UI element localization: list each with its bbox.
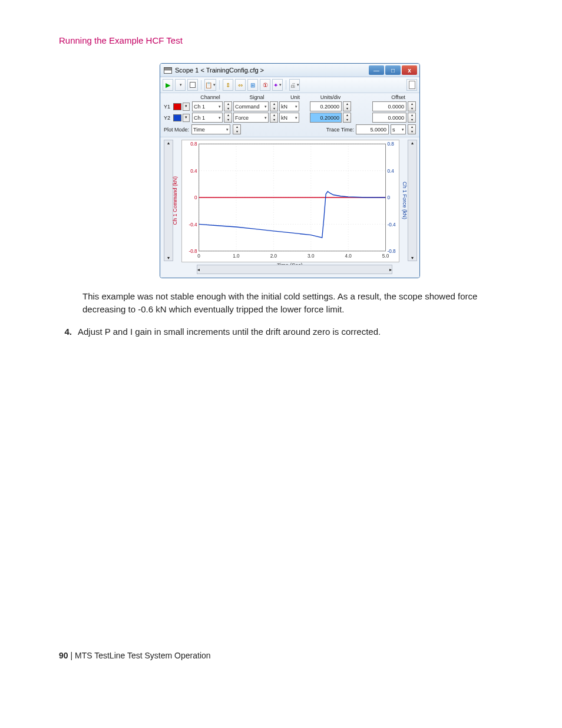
svg-text:0.4: 0.4: [388, 169, 395, 174]
autoscale-icon[interactable]: ⊞: [247, 79, 258, 91]
window-title: Scope 1 < TrainingConfig.cfg >: [175, 67, 264, 74]
plotmode-label: Plot Mode:: [164, 127, 189, 133]
y1-label: Y1: [164, 104, 172, 110]
y-axis-left-label: Ch 1 Command (kN): [172, 140, 181, 261]
plotmode-spinner[interactable]: ▴▾: [233, 124, 241, 134]
step-4-text: Adjust P and I gain in small increments …: [78, 327, 381, 337]
snapshot-dropdown[interactable]: 📋: [204, 79, 216, 91]
page-number: 90: [59, 651, 68, 660]
svg-text:5.0: 5.0: [382, 253, 389, 259]
y1-offset-spinner[interactable]: ▴▾: [408, 101, 416, 111]
plotmode-select[interactable]: Time: [191, 124, 230, 134]
close-button[interactable]: x: [402, 65, 417, 75]
y2-unitsdiv-input[interactable]: 0.20000: [310, 113, 342, 123]
titlebar: Scope 1 < TrainingConfig.cfg > — □ x: [160, 64, 419, 77]
svg-text:3.0: 3.0: [308, 253, 315, 259]
svg-text:2.0: 2.0: [270, 253, 277, 259]
hdr-channel: Channel: [187, 94, 233, 100]
y2-unitsdiv-spinner[interactable]: ▴▾: [343, 113, 351, 123]
y1-unit-select[interactable]: kN: [279, 101, 299, 111]
tracetime-input[interactable]: 5.0000: [356, 124, 389, 134]
bottom-hscroll[interactable]: ◂▸: [197, 265, 392, 274]
chart: -0.8-0.8-0.4-0.4000.40.40.80.801.02.03.0…: [181, 140, 398, 261]
hdr-signal: Signal: [233, 94, 280, 100]
zoom-reset-icon[interactable]: ①: [260, 79, 270, 91]
y1-color-swatch[interactable]: [173, 103, 181, 110]
y1-color-dropdown[interactable]: ▾: [183, 103, 190, 111]
plotmode-row: Plot Mode: Time ▴▾ Trace Time: 5.0000 s …: [164, 124, 416, 134]
step-4-number: 4.: [59, 327, 72, 337]
y-axis-right-label: Ch 1 Force (kN): [398, 140, 408, 261]
y1-unitsdiv-input[interactable]: 0.20000: [310, 101, 342, 111]
config-panel: Channel Signal Unit Units/div Offset Y1 …: [160, 93, 419, 137]
hdr-unitsdiv: Units/div: [310, 94, 351, 100]
scope-window: Scope 1 < TrainingConfig.cfg > — □ x ▶ 📋…: [160, 63, 420, 278]
y2-signal-spinner[interactable]: ▴▾: [270, 113, 278, 123]
y2-channel-spinner[interactable]: ▴▾: [224, 113, 232, 123]
plot-area: ▴▾ Ch 1 Command (kN) -0.8-0.8-0.4-0.4000…: [160, 137, 419, 278]
window-controls: — □ x: [368, 65, 417, 75]
minimize-button[interactable]: —: [369, 65, 384, 75]
y1-channel-select[interactable]: Ch 1: [192, 101, 223, 111]
footer-title: MTS TestLine Test System Operation: [75, 651, 211, 660]
svg-text:0.4: 0.4: [190, 169, 197, 174]
svg-text:4.0: 4.0: [345, 253, 352, 259]
tracetime-spinner[interactable]: ▴▾: [408, 124, 416, 134]
config-row-y2: Y2 ▾ Ch 1 ▴▾ Force ▴▾ kN 0.20000 ▴▾ 0.00…: [164, 113, 416, 123]
clipboard-button[interactable]: [406, 79, 417, 91]
scope-screenshot: Scope 1 < TrainingConfig.cfg > — □ x ▶ 📋…: [59, 63, 521, 278]
y1-unitsdiv-spinner[interactable]: ▴▾: [343, 101, 351, 111]
y2-offset-spinner[interactable]: ▴▾: [408, 113, 416, 123]
y1-channel-spinner[interactable]: ▴▾: [224, 101, 232, 111]
svg-text:0.8: 0.8: [190, 141, 197, 147]
stop-button[interactable]: [187, 79, 198, 91]
svg-text:-0.4: -0.4: [388, 222, 396, 228]
svg-text:-0.8: -0.8: [189, 249, 197, 254]
tracetime-label: Trace Time:: [326, 127, 354, 133]
svg-text:0: 0: [194, 195, 197, 200]
config-row-y1: Y1 ▾ Ch 1 ▴▾ Command ▴▾ kN 0.20000 ▴▾ 0.…: [164, 101, 416, 111]
cursor-dropdown[interactable]: ✦: [272, 79, 283, 91]
svg-text:1.0: 1.0: [233, 253, 240, 259]
y2-unit-select[interactable]: kN: [279, 113, 299, 123]
y2-offset-input[interactable]: 0.0000: [372, 113, 406, 123]
hdr-unit: Unit: [280, 94, 310, 100]
y1-signal-select[interactable]: Command: [233, 101, 269, 111]
y2-signal-select[interactable]: Force: [233, 113, 269, 123]
page-footer: 90 | MTS TestLine Test System Operation: [59, 651, 211, 660]
y2-color-dropdown[interactable]: ▾: [183, 114, 190, 122]
y1-offset-input[interactable]: 0.0000: [372, 101, 406, 111]
right-vscroll[interactable]: ▴▾: [408, 140, 417, 261]
zoom-y-icon[interactable]: ⇕: [223, 79, 233, 91]
play-button[interactable]: ▶: [163, 79, 173, 91]
maximize-button[interactable]: □: [385, 65, 401, 75]
svg-text:0.8: 0.8: [388, 141, 395, 147]
svg-text:0: 0: [197, 253, 200, 259]
zoom-x-icon[interactable]: ⇔: [235, 79, 246, 91]
y2-channel-select[interactable]: Ch 1: [192, 113, 223, 123]
y2-color-swatch[interactable]: [173, 114, 181, 121]
play-dropdown[interactable]: [175, 79, 186, 91]
app-icon: [164, 67, 172, 74]
paragraph-1: This example was not stable enough with …: [82, 290, 521, 316]
hdr-offset: Offset: [351, 94, 416, 100]
toolbar: ▶ 📋 ⇕ ⇔ ⊞ ① ✦ 🖨: [160, 77, 419, 93]
step-4: 4. Adjust P and I gain in small incremen…: [59, 327, 521, 337]
print-dropdown[interactable]: 🖨: [289, 79, 300, 91]
y1-signal-spinner[interactable]: ▴▾: [270, 101, 278, 111]
y2-label: Y2: [164, 115, 172, 121]
svg-text:-0.4: -0.4: [189, 222, 197, 228]
svg-text:0: 0: [388, 195, 391, 200]
tracetime-unit-select[interactable]: s: [391, 124, 406, 134]
section-header: Running the Example HCF Test: [59, 35, 521, 45]
